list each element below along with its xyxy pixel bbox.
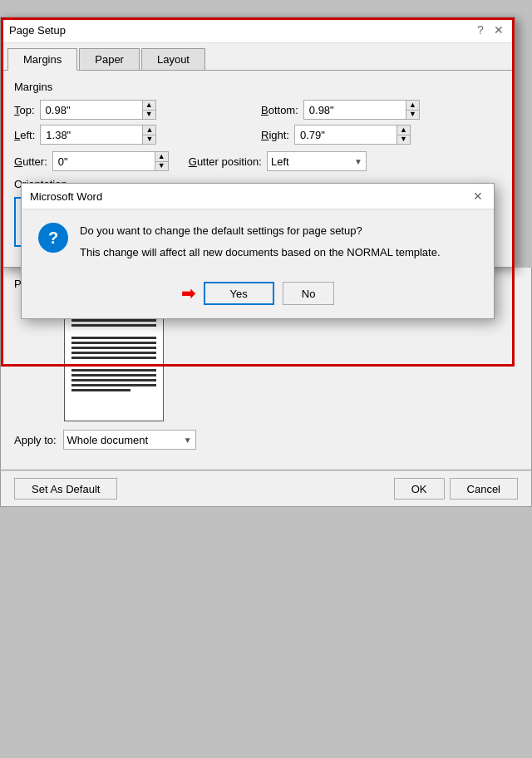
left-up-btn[interactable]: ▲ xyxy=(143,126,155,135)
top-down-btn[interactable]: ▼ xyxy=(143,110,155,120)
word-dialog-titlebar: Microsoft Word ✕ xyxy=(22,184,494,209)
gutter-row: Gutter: ▲ ▼ Gutter position: xyxy=(14,151,501,171)
word-dialog-title: Microsoft Word xyxy=(30,190,102,203)
tab-layout[interactable]: Layout xyxy=(141,48,205,70)
bottom-spinner: ▲ ▼ xyxy=(303,100,420,120)
tab-bar: Margins Paper Layout xyxy=(1,43,515,71)
top-spinner-btns: ▲ ▼ xyxy=(142,101,155,119)
word-dialog-overlay: Microsoft Word ✕ ? Do you want to change… xyxy=(0,183,524,319)
ok-cancel-group: OK Cancel xyxy=(394,478,518,500)
apply-to-row: Apply to: Whole document ▼ xyxy=(14,430,518,450)
left-label: Left: xyxy=(14,129,35,141)
preview-line xyxy=(71,342,156,344)
preview-line xyxy=(71,374,156,377)
bottom-label: Bottom: xyxy=(261,104,298,116)
word-dialog-text: Do you want to change the default settin… xyxy=(80,223,441,260)
apply-to-select[interactable]: Whole document ▼ xyxy=(63,430,196,450)
page-setup-title: Page Setup xyxy=(9,24,66,37)
gutter-label: Gutter: xyxy=(14,155,47,168)
preview-gap xyxy=(71,329,156,334)
preview-gap xyxy=(71,362,156,367)
preview-line xyxy=(71,337,156,339)
left-input[interactable] xyxy=(41,126,142,144)
bottom-input[interactable] xyxy=(304,101,406,119)
right-field-group: Right: ▲ ▼ xyxy=(261,125,501,145)
left-field-group: Left: ▲ ▼ xyxy=(14,125,254,145)
dialog-line1: Do you want to change the default settin… xyxy=(80,223,441,239)
arrow-indicator-icon: ➡ xyxy=(181,283,195,303)
margins-section-label: Margins xyxy=(14,81,501,93)
top-input[interactable] xyxy=(41,101,142,119)
word-dialog-body: ? Do you want to change the default sett… xyxy=(22,209,494,273)
question-icon: ? xyxy=(38,223,68,253)
bottom-spinner-btns: ▲ ▼ xyxy=(406,101,419,119)
word-dialog-actions: ➡ Yes No xyxy=(22,273,494,318)
ok-button[interactable]: OK xyxy=(394,478,445,500)
left-spinner: ▲ ▼ xyxy=(40,125,156,145)
right-up-btn[interactable]: ▲ xyxy=(397,126,410,135)
word-dialog: Microsoft Word ✕ ? Do you want to change… xyxy=(21,183,495,319)
bottom-field-group: Bottom: ▲ ▼ xyxy=(261,100,501,120)
top-spinner: ▲ ▼ xyxy=(40,100,156,120)
no-button[interactable]: No xyxy=(283,282,335,305)
gutter-position-field-group: Gutter position: Left ▼ xyxy=(189,151,367,171)
top-field-group: Top: ▲ ▼ xyxy=(14,100,254,120)
preview-line-short xyxy=(71,389,131,391)
set-as-default-button[interactable]: Set As Default xyxy=(14,478,117,500)
gutter-down-btn[interactable]: ▼ xyxy=(155,161,168,171)
cancel-button[interactable]: Cancel xyxy=(450,478,518,500)
gutter-position-label: Gutter position: xyxy=(189,155,262,168)
top-label: Top: xyxy=(14,104,35,116)
chevron-down-icon: ▼ xyxy=(354,157,362,166)
word-dialog-close-btn[interactable]: ✕ xyxy=(470,189,485,204)
apply-to-label: Apply to: xyxy=(14,434,57,446)
margins-fields: Top: ▲ ▼ Bottom: xyxy=(14,100,501,145)
top-up-btn[interactable]: ▲ xyxy=(143,101,155,110)
page-setup-titlebar: Page Setup ? ✕ xyxy=(1,17,515,43)
close-button[interactable]: ✕ xyxy=(491,22,506,37)
preview-line xyxy=(71,324,156,327)
tab-paper[interactable]: Paper xyxy=(79,48,140,70)
bottom-up-btn[interactable]: ▲ xyxy=(406,101,419,110)
dialog-line2: This change will affect all new document… xyxy=(80,244,441,261)
left-spinner-btns: ▲ ▼ xyxy=(142,126,155,144)
right-label: Right: xyxy=(261,129,289,141)
preview-line xyxy=(71,369,156,372)
yes-button[interactable]: Yes xyxy=(204,282,274,305)
tab-margins[interactable]: Margins xyxy=(7,48,77,71)
right-spinner-btns: ▲ ▼ xyxy=(397,126,410,144)
right-spinner: ▲ ▼ xyxy=(294,125,411,145)
bottom-down-btn[interactable]: ▼ xyxy=(406,110,419,120)
right-input[interactable] xyxy=(295,126,397,144)
titlebar-buttons: ? ✕ xyxy=(473,22,506,37)
preview-line xyxy=(71,384,156,386)
preview-line xyxy=(71,379,156,381)
gutter-up-btn[interactable]: ▲ xyxy=(155,152,168,161)
gutter-position-select[interactable]: Left ▼ xyxy=(267,151,367,171)
gutter-spinner-btns: ▲ ▼ xyxy=(155,152,168,170)
bottom-buttons-bar: Set As Default OK Cancel xyxy=(0,470,532,507)
gutter-spinner: ▲ ▼ xyxy=(52,151,169,171)
gutter-field-group: Gutter: ▲ ▼ xyxy=(14,151,169,171)
left-down-btn[interactable]: ▼ xyxy=(143,135,155,145)
help-button[interactable]: ? xyxy=(473,22,488,37)
gutter-input[interactable] xyxy=(53,152,155,170)
preview-line xyxy=(71,357,156,359)
apply-to-chevron-icon: ▼ xyxy=(184,436,192,445)
preview-line xyxy=(71,319,156,322)
preview-line xyxy=(71,352,156,354)
preview-line xyxy=(71,347,156,349)
right-down-btn[interactable]: ▼ xyxy=(397,135,410,145)
